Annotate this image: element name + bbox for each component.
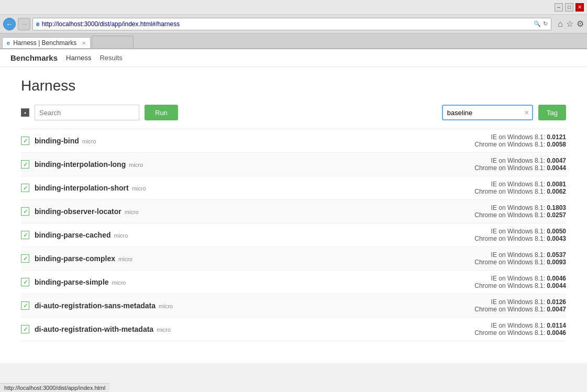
result-line: IE on Windows 8.1: 0.0114: [419, 322, 566, 329]
nav-harness[interactable]: Harness: [66, 54, 91, 62]
navigation-bar: ← → e 🔍 ↻ ⌂ ☆ ⚙: [0, 15, 587, 33]
result-value: 0.0062: [547, 188, 566, 195]
tag-input-wrapper: ×: [442, 105, 533, 120]
tag-input[interactable]: [443, 107, 522, 119]
item-tag: micro: [125, 209, 139, 215]
result-line: Chrome on Windows 8.1: 0.0058: [419, 141, 566, 148]
benchmark-item: binding-parse-complexmicroIE on Windows …: [21, 247, 566, 271]
benchmark-item: di-auto-registration-with-metadatamicroI…: [21, 318, 566, 341]
item-results: IE on Windows 8.1: 0.0050Chrome on Windo…: [419, 228, 566, 242]
app-navigation: Benchmarks Harness Results: [0, 49, 587, 67]
item-name-wrap: di-auto-registration-sans-metadatamicro: [35, 301, 173, 310]
result-value: 0.0257: [547, 211, 566, 219]
item-name: binding-parse-simple: [35, 278, 109, 286]
benchmark-item: binding-bindmicroIE on Windows 8.1: 0.01…: [21, 129, 566, 153]
item-checkbox[interactable]: [21, 207, 29, 216]
browser-toolbar: ⌂ ☆ ⚙: [558, 19, 584, 29]
result-value: 0.0093: [547, 259, 566, 266]
tab-close-button[interactable]: ✕: [82, 40, 86, 46]
result-line: Chrome on Windows 8.1: 0.0062: [419, 188, 566, 195]
result-value: 0.1803: [547, 204, 566, 211]
result-value: 0.0047: [547, 157, 566, 164]
result-value: 0.0046: [547, 275, 566, 282]
item-results: IE on Windows 8.1: 0.0121Chrome on Windo…: [419, 133, 566, 148]
close-button[interactable]: ✕: [575, 3, 584, 12]
item-checkbox[interactable]: [21, 325, 29, 333]
app-brand: Benchmarks: [10, 53, 58, 62]
url-input[interactable]: [42, 20, 532, 28]
item-name: di-auto-registration-sans-metadata: [35, 301, 156, 310]
item-name: binding-interpolation-short: [35, 184, 129, 192]
item-results: IE on Windows 8.1: 0.0114Chrome on Windo…: [419, 322, 566, 337]
minimize-button[interactable]: –: [555, 3, 563, 12]
item-name: binding-parse-cached: [35, 231, 110, 239]
benchmark-item: binding-parse-cachedmicroIE on Windows 8…: [21, 223, 566, 247]
result-value: 0.0044: [547, 282, 566, 289]
app-content: Benchmarks Harness Results Harness Run ×…: [0, 49, 587, 363]
item-tag: micro: [132, 185, 146, 192]
titlebar: – □ ✕: [0, 0, 587, 15]
result-line: Chrome on Windows 8.1: 0.0044: [419, 164, 566, 172]
address-search-icon[interactable]: 🔍: [534, 20, 541, 27]
home-icon[interactable]: ⌂: [558, 19, 563, 29]
item-name: binding-parse-complex: [35, 254, 115, 263]
item-tag: micro: [112, 279, 126, 286]
item-checkbox[interactable]: [21, 137, 29, 145]
tab-favicon: e: [7, 40, 10, 46]
benchmark-item: binding-observer-locatormicroIE on Windo…: [21, 200, 566, 223]
item-name: binding-interpolation-long: [35, 160, 126, 169]
result-value: 0.0126: [547, 298, 566, 306]
page-title: Harness: [21, 77, 566, 94]
tag-clear-button[interactable]: ×: [522, 108, 532, 117]
search-input[interactable]: [35, 105, 139, 120]
item-name-wrap: binding-interpolation-longmicro: [35, 160, 143, 169]
tag-button[interactable]: Tag: [538, 105, 566, 120]
item-name-wrap: binding-parse-simplemicro: [35, 278, 126, 286]
item-checkbox[interactable]: [21, 278, 29, 286]
item-tag: micro: [118, 256, 132, 262]
settings-icon[interactable]: ⚙: [577, 19, 584, 29]
active-tab[interactable]: e Harness | Benchmarks ✕: [2, 37, 91, 48]
benchmark-item: di-auto-registration-sans-metadatamicroI…: [21, 294, 566, 318]
select-all-checkbox[interactable]: [21, 108, 29, 117]
toolbar: Run × Tag: [21, 105, 566, 120]
main-content: Harness Run × Tag binding-bindmicroIE on…: [0, 67, 587, 352]
result-line: IE on Windows 8.1: 0.0121: [419, 133, 566, 141]
benchmark-item: binding-parse-simplemicroIE on Windows 8…: [21, 271, 566, 294]
forward-button[interactable]: →: [18, 18, 30, 30]
item-checkbox[interactable]: [21, 231, 29, 239]
item-results: IE on Windows 8.1: 0.0046Chrome on Windo…: [419, 275, 566, 289]
run-button[interactable]: Run: [145, 105, 178, 120]
item-tag: micro: [157, 327, 171, 333]
result-line: Chrome on Windows 8.1: 0.0046: [419, 329, 566, 337]
favorites-icon[interactable]: ☆: [566, 19, 573, 29]
result-line: Chrome on Windows 8.1: 0.0093: [419, 259, 566, 266]
item-name-wrap: di-auto-registration-with-metadatamicro: [35, 325, 171, 333]
item-checkbox[interactable]: [21, 254, 29, 263]
item-checkbox[interactable]: [21, 301, 29, 310]
item-name: binding-bind: [35, 137, 79, 145]
result-line: IE on Windows 8.1: 0.0047: [419, 157, 566, 164]
browser-icon: e: [36, 20, 40, 28]
item-tag: micro: [159, 303, 173, 309]
result-value: 0.0047: [547, 306, 566, 313]
result-line: Chrome on Windows 8.1: 0.0044: [419, 282, 566, 289]
result-value: 0.0537: [547, 251, 566, 259]
benchmark-item: binding-interpolation-longmicroIE on Win…: [21, 153, 566, 176]
back-button[interactable]: ←: [3, 18, 16, 30]
nav-results[interactable]: Results: [99, 54, 122, 62]
result-value: 0.0050: [547, 228, 566, 235]
item-name-wrap: binding-parse-complexmicro: [35, 254, 132, 263]
item-name-wrap: binding-parse-cachedmicro: [35, 231, 128, 239]
refresh-button[interactable]: ↻: [543, 20, 548, 27]
tab-bar: e Harness | Benchmarks ✕: [0, 33, 587, 49]
item-checkbox[interactable]: [21, 184, 29, 192]
item-checkbox[interactable]: [21, 160, 29, 169]
result-value: 0.0044: [547, 164, 566, 172]
item-results: IE on Windows 8.1: 0.1803Chrome on Windo…: [419, 204, 566, 219]
item-name-wrap: binding-interpolation-shortmicro: [35, 184, 146, 192]
browser-chrome: – □ ✕ ← → e 🔍 ↻ ⌂ ☆ ⚙ e Harness | Benchm…: [0, 0, 587, 49]
result-line: IE on Windows 8.1: 0.1803: [419, 204, 566, 211]
result-value: 0.0043: [547, 235, 566, 242]
maximize-button[interactable]: □: [565, 3, 573, 12]
